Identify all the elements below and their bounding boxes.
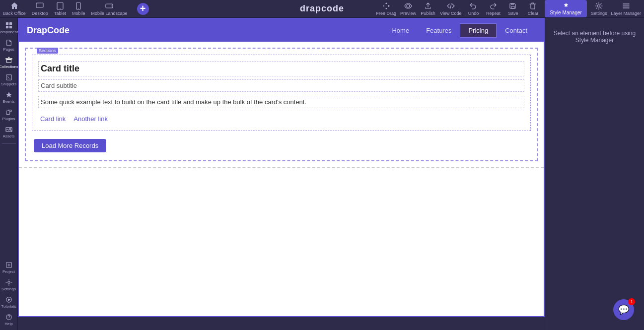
toolbar-right: Free Drag Preview Publish View Code Undo… [376, 0, 641, 17]
mobile-btn[interactable]: Mobile [72, 2, 85, 16]
sections-label: Sections [37, 48, 58, 54]
sidebar-item-assets[interactable]: Assets [1, 124, 17, 140]
clear-btn[interactable]: Clear [525, 2, 541, 16]
svg-rect-9 [511, 3, 513, 5]
sidebar-item-settings[interactable]: Settings [1, 277, 17, 293]
card-wrapper: Card title Card subtitle Some quick exam… [32, 55, 531, 131]
settings-btn[interactable]: Settings [591, 2, 607, 16]
publish-btn[interactable]: Publish [420, 2, 436, 16]
svg-point-21 [7, 281, 9, 283]
sidebar-item-pages[interactable]: Pages [1, 37, 17, 54]
chat-badge: 1 [628, 298, 635, 305]
app-title: drapcode [300, 3, 344, 14]
style-manager-btn[interactable]: Style Manager [545, 0, 586, 17]
svg-point-4 [78, 8, 78, 8]
svg-rect-13 [5, 26, 8, 28]
card-text: Some quick example text to build on the … [38, 96, 524, 108]
svg-point-10 [598, 4, 600, 7]
sidebar-item-components[interactable]: Components [1, 20, 17, 36]
repeat-btn[interactable]: Repeat [485, 2, 501, 16]
free-drag-btn[interactable]: Free Drag [376, 2, 397, 16]
left-sidebar: Components Pages Collections Snippets Ev… [0, 18, 18, 330]
svg-rect-12 [9, 22, 11, 25]
card-link-1[interactable]: Card link [40, 115, 66, 123]
svg-point-19 [9, 128, 11, 130]
svg-rect-11 [5, 22, 8, 25]
card-subtitle: Card subtitle [38, 79, 524, 92]
navbar-link-contact[interactable]: Contact [497, 23, 536, 38]
navbar-links: Home Features Pricing Contact [383, 23, 536, 38]
canvas-area: Sections DrapCode Home Features Pricing … [18, 18, 545, 330]
tablet-btn[interactable]: Tablet [54, 2, 66, 16]
top-toolbar: Back Office Desktop Tablet Mobile Mobile… [0, 0, 644, 18]
svg-rect-17 [6, 111, 9, 114]
empty-section [19, 167, 544, 316]
landscape-btn[interactable]: Mobile Landscape [91, 2, 127, 16]
preview-frame: DrapCode Home Features Pricing Contact C… [18, 18, 545, 317]
save-btn[interactable]: Save [505, 2, 521, 16]
svg-rect-16 [6, 75, 11, 80]
navbar-link-home[interactable]: Home [383, 23, 418, 38]
sidebar-item-project[interactable]: Project [1, 260, 17, 276]
svg-point-15 [8, 57, 9, 58]
load-more-wrapper: Load More Records [32, 137, 531, 154]
load-more-btn[interactable]: Load More Records [34, 139, 106, 152]
navbar-link-features[interactable]: Features [418, 23, 460, 38]
card-title: Card title [38, 61, 524, 76]
sidebar-item-tutorials[interactable]: Tutorials [1, 294, 17, 311]
back-office-btn[interactable]: Back Office [3, 2, 26, 16]
sidebar-item-collections[interactable]: Collections [1, 55, 17, 71]
sidebar-item-events[interactable]: Events [1, 89, 17, 106]
desktop-btn[interactable]: Desktop [32, 2, 48, 16]
svg-rect-14 [9, 26, 11, 28]
navbar-brand: DrapCode [27, 25, 70, 36]
add-element-btn[interactable]: + [136, 1, 150, 16]
card-link-2[interactable]: Another link [73, 115, 108, 123]
toolbar-left: Back Office Desktop Tablet Mobile Mobile… [3, 1, 150, 16]
sidebar-item-snippets[interactable]: Snippets [1, 72, 17, 88]
undo-btn[interactable]: Undo [465, 2, 481, 16]
card-links: Card link Another link [38, 113, 524, 125]
preview-navbar: DrapCode Home Features Pricing Contact [19, 19, 544, 42]
sidebar-item-help[interactable]: Help [1, 312, 17, 328]
layer-manager-btn[interactable]: Layer Manager [611, 2, 641, 16]
svg-point-6 [111, 5, 112, 6]
right-panel-message: Select an element before using Style Man… [550, 30, 639, 44]
svg-point-7 [407, 4, 410, 7]
preview-btn[interactable]: Preview [400, 2, 416, 16]
svg-point-2 [60, 8, 61, 9]
main-area: Components Pages Collections Snippets Ev… [0, 18, 644, 330]
svg-rect-0 [36, 3, 43, 7]
content-section: Card title Card subtitle Some quick exam… [25, 48, 538, 161]
view-code-btn[interactable]: View Code [440, 2, 461, 16]
right-panel: Select an element before using Style Man… [545, 18, 644, 330]
sidebar-item-plugins[interactable]: Plugins [1, 107, 17, 123]
navbar-link-pricing[interactable]: Pricing [460, 23, 497, 38]
